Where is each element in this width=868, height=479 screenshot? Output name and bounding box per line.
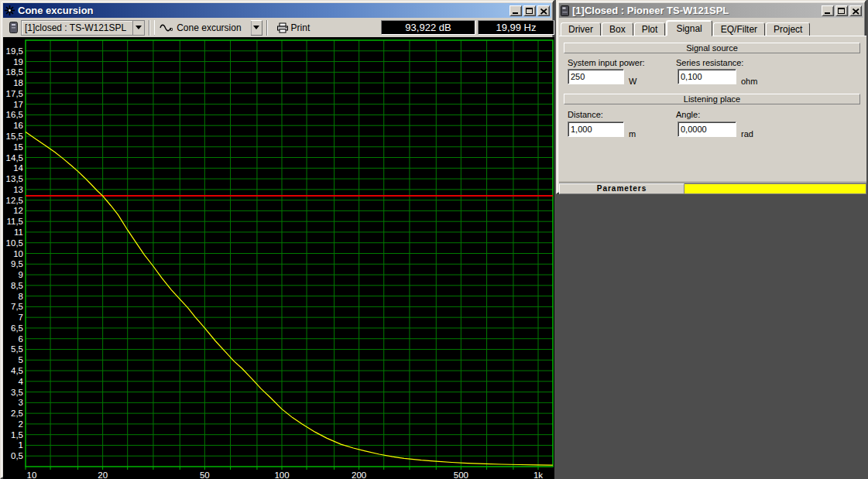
parameters-row: Parameters <box>559 183 866 193</box>
printer-icon <box>276 22 289 33</box>
spl-readout: 93,922 dB <box>381 20 475 35</box>
desktop: Cone excursion [1]closed : TS-W121SPL <box>0 0 868 479</box>
tab-signal[interactable]: Signal <box>666 20 712 36</box>
tab-eq-filter[interactable]: EQ/Filter <box>713 22 765 36</box>
svg-text:13: 13 <box>13 185 23 194</box>
angle-field[interactable] <box>678 121 736 137</box>
maximize-button[interactable] <box>523 5 536 16</box>
angle-label: Angle: <box>676 110 700 119</box>
signal-source-header: Signal source <box>564 43 860 53</box>
listening-place-header: Listening place <box>564 94 860 104</box>
maximize-button[interactable] <box>835 5 848 16</box>
svg-text:1,5: 1,5 <box>11 430 23 440</box>
svg-text:18: 18 <box>13 78 23 87</box>
chevron-down-icon <box>132 21 144 35</box>
tab-box[interactable]: Box <box>602 22 633 36</box>
svg-text:1: 1 <box>19 440 23 450</box>
svg-text:3: 3 <box>19 398 23 407</box>
star-plot-window-icon <box>5 5 15 15</box>
close-button[interactable] <box>849 5 862 16</box>
svg-text:18,5: 18,5 <box>6 67 23 77</box>
print-button[interactable]: Print <box>272 20 315 36</box>
distance-field[interactable] <box>568 121 624 137</box>
series-resistance-unit: ohm <box>741 77 757 86</box>
svg-text:8,5: 8,5 <box>11 281 23 290</box>
cone-excursion-chart[interactable]: 0,511,522,533,544,555,566,577,588,599,51… <box>3 37 554 479</box>
tab-driver[interactable]: Driver <box>561 22 601 36</box>
svg-text:4: 4 <box>19 377 24 386</box>
minimize-button[interactable] <box>822 5 834 16</box>
system-input-power-label: System input power: <box>568 58 645 67</box>
svg-text:19: 19 <box>13 57 23 67</box>
svg-text:5: 5 <box>19 355 23 364</box>
svg-text:12: 12 <box>13 206 23 215</box>
svg-text:16: 16 <box>13 121 23 130</box>
svg-text:10: 10 <box>27 470 37 479</box>
svg-text:200: 200 <box>352 470 366 479</box>
svg-text:6,5: 6,5 <box>11 323 23 333</box>
plot-type-dropdown-button[interactable] <box>251 21 262 35</box>
toolbar-separator <box>149 20 150 36</box>
driver-select[interactable]: [1]closed : TS-W121SPL <box>21 20 145 36</box>
svg-text:15: 15 <box>13 142 23 152</box>
svg-text:7,5: 7,5 <box>11 302 23 311</box>
close-button[interactable] <box>537 5 550 16</box>
svg-text:12,5: 12,5 <box>6 196 23 205</box>
svg-text:15,5: 15,5 <box>6 132 23 141</box>
distance-unit: m <box>629 129 636 139</box>
parameters-highlight <box>684 183 866 194</box>
svg-text:9,5: 9,5 <box>11 259 23 269</box>
tab-strip: Driver Box Plot Signal EQ/Filter Project <box>561 20 811 36</box>
svg-text:3,5: 3,5 <box>11 388 23 397</box>
signal-window: [1]Closed : Pioneer TS-W121SPL Driver Bo… <box>556 0 866 194</box>
svg-text:16,5: 16,5 <box>6 110 23 119</box>
tab-project[interactable]: Project <box>766 22 810 36</box>
svg-text:9: 9 <box>19 270 23 279</box>
chevron-down-icon <box>253 26 259 29</box>
tab-plot[interactable]: Plot <box>634 22 666 36</box>
minimize-button[interactable] <box>509 5 522 16</box>
svg-text:10,5: 10,5 <box>6 238 23 248</box>
svg-text:11: 11 <box>14 228 23 237</box>
signal-tab-panel: Signal source System input power: W Seri… <box>559 36 866 181</box>
angle-unit: rad <box>741 129 753 139</box>
print-label: Print <box>291 22 310 33</box>
svg-text:2,5: 2,5 <box>11 409 23 418</box>
project-icon <box>561 5 569 16</box>
svg-text:19,5: 19,5 <box>6 46 23 56</box>
driver-icon <box>9 22 18 33</box>
system-input-power-field[interactable] <box>568 69 624 84</box>
series-resistance-field[interactable] <box>678 69 736 84</box>
svg-text:20: 20 <box>98 470 108 479</box>
toolbar-separator <box>266 20 268 36</box>
svg-text:100: 100 <box>274 470 289 479</box>
signal-window-titlebar[interactable]: [1]Closed : Pioneer TS-W121SPL <box>559 3 863 18</box>
distance-label: Distance: <box>568 110 603 119</box>
cone-excursion-window: Cone excursion [1]closed : TS-W121SPL <box>0 0 554 479</box>
svg-text:1k: 1k <box>533 470 543 479</box>
svg-text:50: 50 <box>200 470 210 479</box>
plot-type-label: Cone excursion <box>175 22 245 33</box>
chart-window-titlebar[interactable]: Cone excursion <box>3 3 551 18</box>
svg-text:11,5: 11,5 <box>6 217 23 226</box>
plot-type-button[interactable]: Cone excursion <box>155 20 250 36</box>
signal-window-title: [1]Closed : Pioneer TS-W121SPL <box>572 5 729 16</box>
svg-text:2: 2 <box>19 419 23 429</box>
frequency-readout: 19,99 Hz <box>478 20 554 35</box>
chart-window-title: Cone excursion <box>18 5 94 16</box>
svg-text:17: 17 <box>13 100 23 109</box>
svg-text:6: 6 <box>19 334 23 344</box>
svg-text:10: 10 <box>13 249 23 258</box>
chart-toolbar: [1]closed : TS-W121SPL Cone excursion <box>3 18 551 37</box>
svg-text:7: 7 <box>19 313 23 322</box>
svg-text:5,5: 5,5 <box>11 344 23 354</box>
svg-text:8: 8 <box>19 292 23 301</box>
svg-text:13,5: 13,5 <box>6 174 23 183</box>
sine-wave-icon <box>160 23 173 33</box>
svg-text:4,5: 4,5 <box>11 366 23 375</box>
svg-text:17,5: 17,5 <box>6 89 23 98</box>
parameters-header[interactable]: Parameters <box>559 183 684 194</box>
svg-text:14: 14 <box>13 163 23 173</box>
system-input-power-unit: W <box>629 77 636 86</box>
svg-text:0,5: 0,5 <box>11 451 23 460</box>
